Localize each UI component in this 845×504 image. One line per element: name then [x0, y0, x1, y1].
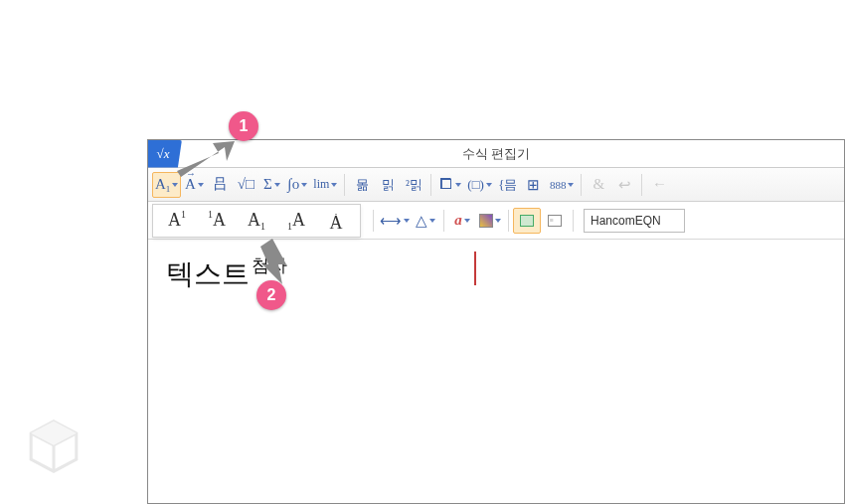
canvas-superscript-text: 첨자 — [252, 255, 287, 275]
separator — [508, 210, 509, 232]
paren-menu-button[interactable]: (□) — [464, 172, 495, 198]
caret-icon — [495, 219, 501, 223]
caret-icon — [198, 183, 204, 187]
arrow-menu-button[interactable]: ⟷ — [378, 208, 412, 234]
sum-menu-button[interactable]: Σ — [258, 172, 284, 198]
caret-icon — [172, 183, 178, 187]
source-icon: ≡ — [548, 215, 562, 227]
triangle-menu-button[interactable]: △ — [412, 208, 439, 234]
titlebar: √x 수식 편집기 — [148, 140, 844, 168]
sum-label: Σ — [263, 176, 272, 193]
align-a-button[interactable]: 몲 — [349, 172, 375, 198]
caret-icon — [274, 183, 280, 187]
align-c-button[interactable]: ²밁 — [401, 172, 426, 198]
script-menu-button[interactable]: A1 — [152, 172, 181, 198]
caret-icon — [429, 219, 435, 223]
color-picker-button[interactable] — [476, 208, 504, 234]
script-sub-label: 1 — [166, 184, 171, 194]
annotation-1: 1 — [229, 111, 258, 141]
source-mode-button[interactable]: ≡ — [541, 208, 569, 234]
separator — [573, 210, 574, 232]
dd5-dot: · — [335, 212, 338, 218]
app-icon-label: √x — [157, 146, 170, 162]
bracket-menu-button[interactable]: ⧠ — [435, 172, 464, 198]
presuperscript-option[interactable]: 1A — [199, 207, 235, 235]
annotation-1-label: 1 — [240, 117, 249, 135]
watermark-icon — [24, 417, 84, 476]
limit-label: lim — [313, 177, 329, 192]
hookarrow-button[interactable]: ← — [646, 172, 672, 198]
hookleft-label: ↩ — [618, 176, 631, 194]
script-label: A — [155, 176, 166, 193]
caret-icon — [486, 183, 492, 187]
dd4-main: A — [292, 210, 305, 231]
matrix-menu-button[interactable]: 888 — [547, 172, 578, 198]
paren-label: (□) — [467, 177, 484, 193]
caret-icon — [568, 183, 574, 187]
subscript-option[interactable]: A1 — [239, 207, 274, 235]
dd1-main: A — [168, 210, 181, 231]
integral-menu-button[interactable]: ∫о — [284, 172, 310, 198]
fraction-button[interactable]: 吕 — [207, 172, 233, 198]
align-b-button[interactable]: 밁 — [375, 172, 401, 198]
arrow-label: ⟷ — [380, 212, 402, 230]
limit-menu-button[interactable]: lim — [310, 172, 340, 198]
superscript-option[interactable]: A1 — [159, 207, 195, 235]
separator — [581, 174, 582, 196]
caret-icon — [301, 183, 307, 187]
text-cursor — [474, 252, 476, 285]
color-swatch-icon — [479, 214, 493, 228]
dd2-pre: 1 — [208, 209, 213, 220]
dd4-pre: 1 — [287, 221, 292, 232]
dd3-main: A — [248, 210, 260, 231]
annotation-2-label: 2 — [267, 286, 276, 304]
color-a-label: a — [454, 212, 462, 229]
amp-label: & — [593, 176, 605, 193]
align-a-label: 몲 — [356, 176, 369, 194]
annotation-2: 2 — [256, 280, 286, 310]
radical-button[interactable]: √□ — [233, 172, 258, 198]
separator — [443, 210, 444, 232]
separator — [641, 174, 642, 196]
overdot-option[interactable]: · A — [318, 207, 354, 235]
caret-icon — [404, 219, 410, 223]
dd2-main: A — [213, 210, 226, 231]
presubscript-option[interactable]: 1A — [278, 207, 314, 235]
integral-label: ∫о — [288, 176, 300, 193]
separator — [430, 174, 431, 196]
canvas-base-text: 텍스트 — [166, 258, 250, 289]
secondary-toolbar: A1 1A A1 1A · A ⟷ △ a — [148, 202, 844, 240]
accent-menu-button[interactable]: → A — [181, 172, 207, 198]
window-title: 수식 편집기 — [148, 145, 844, 163]
font-name: HancomEQN — [591, 214, 661, 228]
script-dropdown-panel: A1 1A A1 1A · A — [152, 204, 361, 238]
caret-icon — [464, 219, 470, 223]
grid-label: ⊞ — [527, 176, 540, 194]
bracket-label: ⧠ — [438, 176, 453, 193]
triangle-label: △ — [416, 212, 427, 230]
amp-button[interactable]: & — [586, 172, 611, 198]
grid-button[interactable]: ⊞ — [521, 172, 547, 198]
svg-marker-4 — [31, 421, 77, 445]
brace-button[interactable]: {믐 — [495, 172, 521, 198]
hookarrow-label: ← — [652, 176, 667, 193]
separator — [344, 174, 345, 196]
radical-label: √□ — [238, 176, 254, 193]
main-toolbar: A1 → A 吕 √□ Σ ∫о lim 몲 밁 ²밁 ⧠ (□) {믐 ⊞ 8… — [148, 168, 844, 202]
caret-icon — [331, 183, 337, 187]
align-c-label: ²밁 — [406, 176, 422, 194]
dd3-sub: 1 — [260, 221, 265, 232]
color-a-button[interactable]: a — [448, 208, 476, 234]
equation-canvas[interactable]: 텍스트첨자 — [148, 242, 844, 503]
caret-icon — [455, 183, 461, 187]
font-selector[interactable]: HancomEQN — [584, 209, 685, 233]
fraction-label: 吕 — [213, 175, 228, 194]
app-icon: √x — [148, 140, 182, 168]
preview-mode-button[interactable] — [513, 208, 541, 234]
preview-icon — [520, 215, 534, 227]
hookleft-button[interactable]: ↩ — [611, 172, 637, 198]
equation-editor-window: √x 수식 편집기 A1 → A 吕 √□ Σ ∫о lim 몲 밁 ²밁 ⧠ … — [147, 139, 845, 504]
matrix-label: 888 — [550, 179, 567, 191]
dd1-sup: 1 — [181, 209, 186, 220]
separator — [373, 210, 374, 232]
